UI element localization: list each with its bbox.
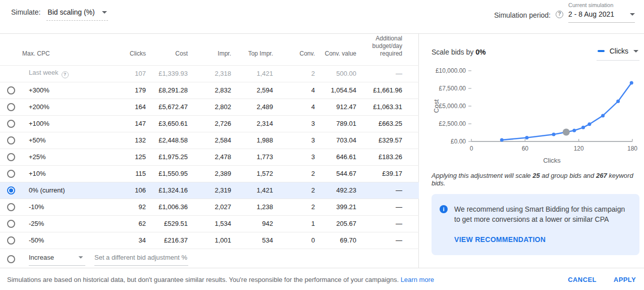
- simulation-period-dropdown[interactable]: Current simulation 2 - 8 Aug 2021: [568, 2, 635, 23]
- cell-cost: £1,324.16: [146, 182, 188, 199]
- bid-option-radio[interactable]: [7, 203, 15, 211]
- help-icon[interactable]: ?: [556, 11, 563, 18]
- data-point: [587, 122, 591, 126]
- bid-adjustment-input[interactable]: [94, 252, 188, 266]
- cell-cost: £529.51: [146, 215, 188, 232]
- cell-conv_value: 544.67: [315, 165, 356, 182]
- radio-column-header: [0, 34, 22, 65]
- chart-metric-dropdown[interactable]: Clicks: [597, 46, 639, 61]
- y-tick-label: £0.00: [451, 138, 466, 145]
- cell-conv_value: 205.67: [315, 215, 356, 232]
- table-row: -10%92£1,006.362,0271,2382399.21—: [0, 199, 419, 215]
- cell-clicks: 179: [98, 82, 146, 99]
- cell-top_impr: 2,314: [231, 115, 273, 132]
- cell-conv: 3: [273, 132, 315, 149]
- bid-direction-select[interactable]: Increase: [29, 252, 85, 266]
- main-area: Max. CPC Clicks Cost Impr. Top Impr. Con…: [0, 33, 644, 268]
- cell-conv_value: 492.23: [315, 182, 356, 199]
- cell-conv_value: 500.00: [315, 65, 356, 82]
- cell-impr: 2,802: [188, 99, 231, 115]
- scale-bids-text: Scale bids by 0%: [432, 46, 486, 56]
- bid-direction-value: Increase: [29, 254, 54, 261]
- cell-clicks: 106: [98, 182, 146, 199]
- bid-option-label: +50%: [22, 132, 98, 149]
- cell-budget: £1,063.31: [356, 99, 419, 115]
- top-bar: Simulate: Bid scaling (%) Simulation per…: [0, 0, 644, 33]
- simulation-period-group: Simulation period: ? Current simulation …: [494, 2, 635, 23]
- bid-option-label: -10%: [22, 199, 98, 215]
- bid-option-radio[interactable]: [7, 236, 15, 245]
- table-row: +300%179£8,291.282,8322,59441,054.54£1,6…: [0, 82, 419, 99]
- x-tick-label: 0: [470, 145, 473, 152]
- bid-option-radio[interactable]: [7, 220, 15, 228]
- view-recommendation-link[interactable]: VIEW RECOMMENDATION: [454, 235, 546, 244]
- cost-vs-clicks-chart: £0.00£2,500.00£5,000.00£7,500.00£10,000.…: [432, 65, 639, 169]
- cell-top_impr: 1,572: [231, 165, 273, 182]
- cell-clicks: 107: [98, 65, 146, 82]
- data-point: [572, 129, 576, 132]
- apply-note: Applying this adjustment will scale 25 a…: [432, 172, 639, 187]
- col-header-impr: Impr.: [188, 34, 231, 65]
- table-row: -50%34£216.371,001534069.70—: [0, 232, 419, 249]
- cell-top_impr: 2,594: [231, 82, 273, 99]
- chevron-down-icon: [633, 50, 638, 53]
- bid-option-label: Last week?: [22, 65, 98, 82]
- bid-option-radio[interactable]: [7, 170, 15, 178]
- cell-top_impr: 1,421: [231, 65, 273, 82]
- cell-impr: 2,584: [188, 132, 231, 149]
- bid-option-radio-selected[interactable]: [7, 186, 15, 195]
- cell-impr: 2,318: [188, 65, 231, 82]
- cell-budget: £329.57: [356, 132, 419, 149]
- cell-conv_value: 1,054.54: [315, 82, 356, 99]
- current-data-point: [563, 128, 570, 135]
- cell-budget: £1,661.96: [356, 82, 419, 99]
- footer: Simulations are based on historical data…: [0, 269, 644, 290]
- cell-conv: 1: [273, 215, 315, 232]
- bid-option-radio[interactable]: [7, 86, 15, 94]
- cell-cost: £1,550.95: [146, 165, 188, 182]
- bid-option-label: +200%: [22, 99, 98, 115]
- y-axis-title: Cost: [433, 99, 440, 113]
- bid-option-radio[interactable]: [7, 120, 15, 128]
- cell-budget: £663.25: [356, 115, 419, 132]
- simulation-table-body: Last week?107£1,339.932,3181,4212500.00—…: [0, 65, 419, 269]
- cell-budget: —: [356, 199, 419, 215]
- cell-budget: —: [356, 65, 419, 82]
- cell-top_impr: 534: [231, 232, 273, 249]
- y-tick-label: £7,500.00: [439, 85, 466, 92]
- cell-impr: 2,726: [188, 115, 231, 132]
- cell-clicks: 164: [98, 99, 146, 115]
- table-row: +25%125£1,975.252,4781,7733646.61£183.26: [0, 149, 419, 165]
- custom-bid-radio[interactable]: [7, 255, 15, 263]
- bid-option-radio[interactable]: [7, 103, 15, 111]
- cell-clicks: 115: [98, 165, 146, 182]
- table-header-row: Max. CPC Clicks Cost Impr. Top Impr. Con…: [0, 34, 419, 65]
- cell-impr: 2,319: [188, 182, 231, 199]
- bid-option-radio[interactable]: [7, 153, 15, 161]
- simulate-type-dropdown[interactable]: Bid scaling (%): [46, 7, 108, 21]
- data-point: [581, 126, 585, 129]
- data-point: [525, 136, 528, 139]
- table-row: +50%132£2,448.582,5841,9883703.04£329.57: [0, 132, 419, 149]
- table-row: +10%115£1,550.952,3891,5722544.67£39.17: [0, 165, 419, 182]
- chevron-down-icon: [630, 13, 635, 16]
- learn-more-link[interactable]: Learn more: [401, 276, 434, 283]
- table-row: +100%147£3,650.612,7262,3143789.01£663.2…: [0, 115, 419, 132]
- bid-option-radio[interactable]: [7, 136, 15, 144]
- cell-conv_value: 703.04: [315, 132, 356, 149]
- table-row: +200%164£5,672.472,8022,4894912.47£1,063…: [0, 99, 419, 115]
- chart-metric-value: Clicks: [610, 47, 628, 55]
- custom-bid-row: Increase: [0, 249, 419, 269]
- cancel-button[interactable]: CANCEL: [568, 276, 597, 283]
- cell-clicks: 34: [98, 232, 146, 249]
- cell-cost: £1,339.93: [146, 65, 188, 82]
- x-axis-title: Clicks: [543, 157, 561, 164]
- data-point: [500, 138, 504, 141]
- apply-button[interactable]: APPLY: [614, 276, 636, 283]
- cell-budget: £39.17: [356, 165, 419, 182]
- col-header-max-cpc: Max. CPC: [22, 34, 98, 65]
- help-icon[interactable]: ?: [62, 71, 69, 78]
- x-tick-label: 180: [627, 145, 637, 152]
- table-row: 0% (current)106£1,324.162,3191,4212492.2…: [0, 182, 419, 199]
- recommendation-box: i We recommend using Smart Bidding for t…: [432, 194, 639, 255]
